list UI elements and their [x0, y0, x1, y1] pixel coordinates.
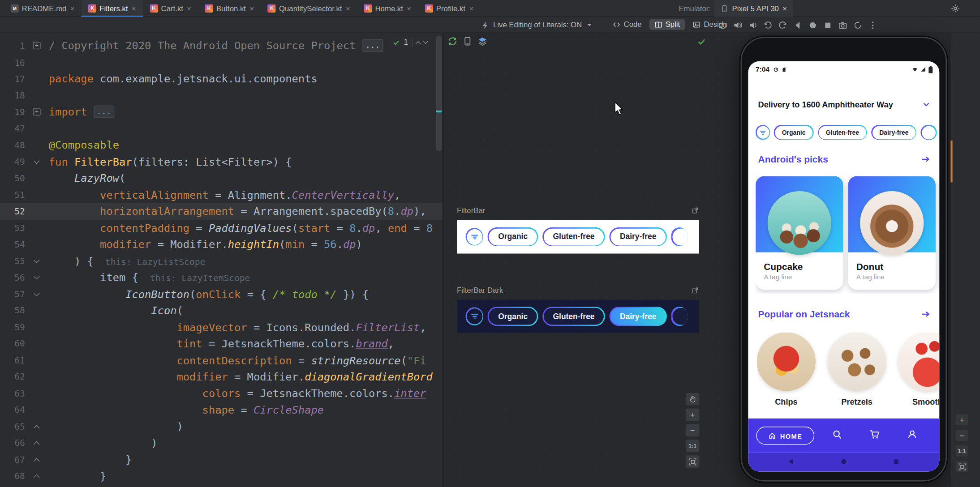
close-icon[interactable]: × — [70, 4, 75, 13]
code-line[interactable]: 64 shape = CircleShape — [0, 402, 443, 418]
code-line[interactable]: 66 ) — [0, 435, 443, 451]
inspection-widget[interactable]: 1 — [389, 37, 431, 48]
code-line[interactable]: 56 item { this: LazyItemScope — [0, 269, 443, 286]
tab-button-kt[interactable]: KButton.kt× — [198, 0, 261, 17]
filter-icon-button[interactable] — [466, 228, 484, 246]
filter-chip-dairy-free[interactable]: Dairy-free — [610, 227, 667, 246]
zoom-actual-button[interactable]: 1:1 — [686, 440, 700, 452]
zoom-in-button[interactable]: + — [686, 409, 700, 421]
code-line[interactable]: 54 modifier = Modifier.heightIn(min = 56… — [0, 236, 443, 252]
nav-home-circle-button[interactable] — [840, 457, 847, 468]
fold-end-icon[interactable] — [34, 441, 40, 448]
code-line[interactable]: 47 — [0, 120, 443, 137]
open-preview-icon[interactable] — [691, 286, 699, 294]
fold-gutter[interactable] — [27, 468, 48, 484]
power-button[interactable] — [716, 19, 729, 31]
code-line[interactable]: 68 } — [0, 468, 443, 484]
filter-chip-gluten-free[interactable]: Gluten-free — [542, 227, 605, 246]
tab-emulator-device[interactable]: Pixel 5 API 30 × — [714, 0, 793, 17]
open-preview-icon[interactable] — [691, 207, 699, 214]
fold-gutter[interactable] — [27, 154, 48, 170]
editor-scrollbar[interactable] — [436, 36, 442, 151]
code-line[interactable]: 53 contentPadding = PaddingValues(start … — [0, 219, 443, 236]
nav-home-button[interactable]: HOME — [756, 427, 814, 444]
close-icon[interactable]: × — [407, 4, 411, 13]
preview-canvas-filterbar[interactable]: OrganicGluten-freeDairy-free — [457, 220, 699, 253]
camera-button[interactable] — [836, 19, 849, 31]
filter-chip-organic[interactable]: Organic — [774, 125, 813, 140]
filter-chip[interactable] — [671, 307, 687, 326]
tab-profile-kt[interactable]: KProfile.kt× — [418, 0, 480, 17]
tab-cart-kt[interactable]: KCart.kt× — [143, 0, 198, 17]
chevron-down-icon[interactable] — [423, 38, 428, 44]
zoom-in-button[interactable]: + — [956, 414, 968, 425]
code-line[interactable]: 50 LazyRow( — [0, 170, 443, 187]
filter-chip-organic[interactable]: Organic — [488, 227, 538, 246]
filter-chip-gluten-free[interactable]: Gluten-free — [818, 125, 867, 140]
fold-end-icon[interactable] — [34, 474, 40, 481]
fold-open-icon[interactable] — [34, 290, 40, 296]
arrow-right-icon[interactable] — [920, 154, 930, 164]
fold-open-icon[interactable] — [34, 257, 40, 263]
code-line[interactable]: 18 — [0, 87, 443, 104]
recents-square-button[interactable] — [893, 457, 900, 468]
snapshot-button[interactable] — [851, 19, 864, 31]
zoom-fit-button[interactable] — [686, 455, 700, 468]
fold-gutter[interactable] — [27, 451, 48, 468]
layers-icon[interactable] — [477, 36, 487, 46]
close-icon[interactable]: × — [469, 4, 473, 13]
delivery-selector[interactable]: Delivery to 1600 Amphitheater Way — [758, 96, 931, 112]
settings-gear-icon[interactable] — [950, 4, 960, 13]
fold-open-icon[interactable] — [34, 273, 40, 280]
more-kebab-button[interactable] — [866, 19, 879, 31]
close-icon[interactable]: × — [132, 4, 136, 13]
filter-chip-dairy-free[interactable]: Dairy-free — [872, 125, 917, 140]
zoom-actual-button[interactable]: 1:1 — [956, 445, 968, 457]
fold-gutter[interactable] — [27, 252, 48, 269]
fold-gutter[interactable] — [27, 286, 48, 302]
tab-home-kt[interactable]: KHome.kt× — [357, 0, 418, 17]
snack-card-cupcake[interactable]: CupcakeA tag line — [756, 176, 843, 290]
fold-end-icon[interactable] — [34, 458, 40, 464]
code-line[interactable]: 52 horizontalArrangement = Arrangement.s… — [0, 203, 443, 220]
filter-chip[interactable] — [921, 125, 937, 140]
cart-button[interactable] — [869, 429, 880, 442]
code-line[interactable]: 67 } — [0, 451, 443, 468]
profile-button[interactable] — [907, 429, 918, 442]
code-line[interactable]: 55 ) { this: LazyListScope — [0, 252, 443, 269]
pan-hand-icon[interactable] — [686, 393, 700, 406]
phone-screen[interactable]: 7:04 Delivery to 1600 Amphitheater Way O… — [748, 61, 939, 472]
volume-up-button[interactable] — [731, 19, 744, 31]
fold-end-icon[interactable] — [34, 425, 40, 431]
code-editor[interactable]: 1+/ Copyright 2020 The Android Open Sour… — [0, 33, 443, 487]
arrow-right-icon[interactable] — [920, 309, 930, 319]
snack-card-donut[interactable]: DonutA tag line — [848, 176, 936, 290]
code-line[interactable]: 65 ) — [0, 418, 443, 435]
filter-icon-button[interactable] — [756, 125, 770, 140]
zoom-out-button[interactable]: − — [956, 430, 968, 441]
code-line[interactable]: 58 Icon( — [0, 302, 443, 319]
code-line[interactable]: 1+/ Copyright 2020 The Android Open Sour… — [0, 38, 443, 54]
zoom-fit-button[interactable] — [956, 461, 968, 472]
fold-gutter[interactable] — [27, 418, 48, 435]
close-icon[interactable]: × — [249, 4, 254, 13]
code-line[interactable]: 51 verticalAlignment = Alignment.CenterV… — [0, 187, 443, 203]
tab-quantityselector-kt[interactable]: KQuantitySelector.kt× — [261, 0, 357, 17]
fold-gutter[interactable] — [27, 269, 48, 286]
overview-square-button[interactable] — [821, 19, 834, 31]
chevron-up-icon[interactable] — [416, 41, 421, 47]
popular-item-chips[interactable]: Chips — [757, 332, 816, 406]
search-button[interactable] — [832, 429, 842, 442]
volume-down-button[interactable] — [746, 19, 759, 31]
code-line[interactable]: 62 modifier = Modifier.diagonalGradientB… — [0, 368, 443, 385]
view-mode-code[interactable]: Code — [607, 19, 646, 30]
rotate-left-button[interactable] — [761, 19, 774, 31]
view-mode-split[interactable]: Split — [649, 19, 685, 30]
home-circle-button[interactable] — [806, 19, 819, 31]
code-line[interactable]: 49fun FilterBar(filters: List<Filter>) { — [0, 154, 443, 170]
device-preview-icon[interactable] — [463, 36, 473, 46]
filter-icon-button[interactable] — [466, 308, 484, 325]
filter-chip-gluten-free[interactable]: Gluten-free — [542, 307, 605, 326]
fold-gutter[interactable] — [27, 435, 48, 451]
back-button[interactable] — [791, 19, 804, 31]
